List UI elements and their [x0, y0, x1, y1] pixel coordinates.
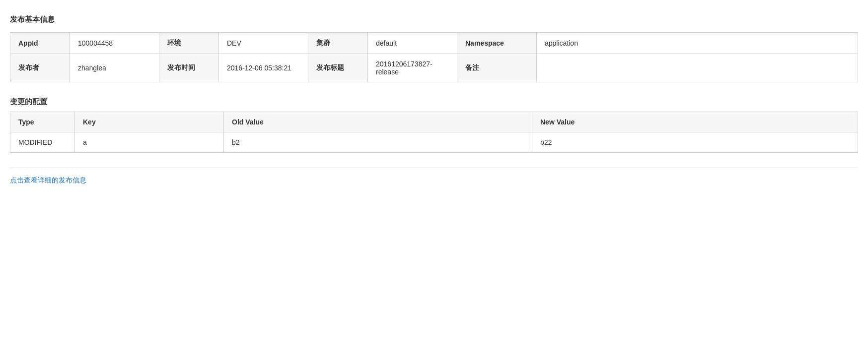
- info-row-2: 发布者 zhanglea 发布时间 2016-12-06 05:38:21 发布…: [10, 54, 858, 82]
- basic-info-title: 发布基本信息: [10, 15, 858, 24]
- pubtitle-value: 20161206173827-release: [368, 54, 457, 82]
- pubtime-label: 发布时间: [159, 54, 219, 82]
- change-new-value: b22: [532, 132, 858, 153]
- publisher-value: zhanglea: [70, 54, 159, 82]
- namespace-label: Namespace: [457, 33, 537, 54]
- basic-info-section: 发布基本信息 AppId 100004458 环境 DEV 集群 default…: [10, 15, 858, 82]
- info-row-1: AppId 100004458 环境 DEV 集群 default Namesp…: [10, 33, 858, 54]
- changes-section: 变更的配置 Type Key Old Value New Value MODIF…: [10, 97, 858, 153]
- changes-table: Type Key Old Value New Value MODIFIED a …: [10, 112, 858, 153]
- change-type: MODIFIED: [10, 132, 75, 153]
- pubtitle-label: 发布标题: [308, 54, 368, 82]
- change-old-value: b2: [224, 132, 532, 153]
- col-new-value: New Value: [532, 112, 858, 132]
- cluster-label: 集群: [308, 33, 368, 54]
- col-old-value: Old Value: [224, 112, 532, 132]
- divider: [10, 168, 858, 168]
- changes-header-row: Type Key Old Value New Value: [10, 112, 858, 132]
- col-type: Type: [10, 112, 75, 132]
- remark-value: [537, 54, 858, 82]
- cluster-value: default: [368, 33, 457, 54]
- env-value: DEV: [219, 33, 308, 54]
- change-row: MODIFIED a b2 b22: [10, 132, 858, 153]
- remark-label: 备注: [457, 54, 537, 82]
- changes-title: 变更的配置: [10, 97, 858, 107]
- publisher-label: 发布者: [10, 54, 70, 82]
- namespace-value: application: [537, 33, 858, 54]
- appid-value: 100004458: [70, 33, 159, 54]
- change-key: a: [75, 132, 224, 153]
- env-label: 环境: [159, 33, 219, 54]
- pubtime-value: 2016-12-06 05:38:21: [219, 54, 308, 82]
- basic-info-table: AppId 100004458 环境 DEV 集群 default Namesp…: [10, 32, 858, 82]
- detail-link[interactable]: 点击查看详细的发布信息: [10, 176, 86, 184]
- appid-label: AppId: [10, 33, 70, 54]
- col-key: Key: [75, 112, 224, 132]
